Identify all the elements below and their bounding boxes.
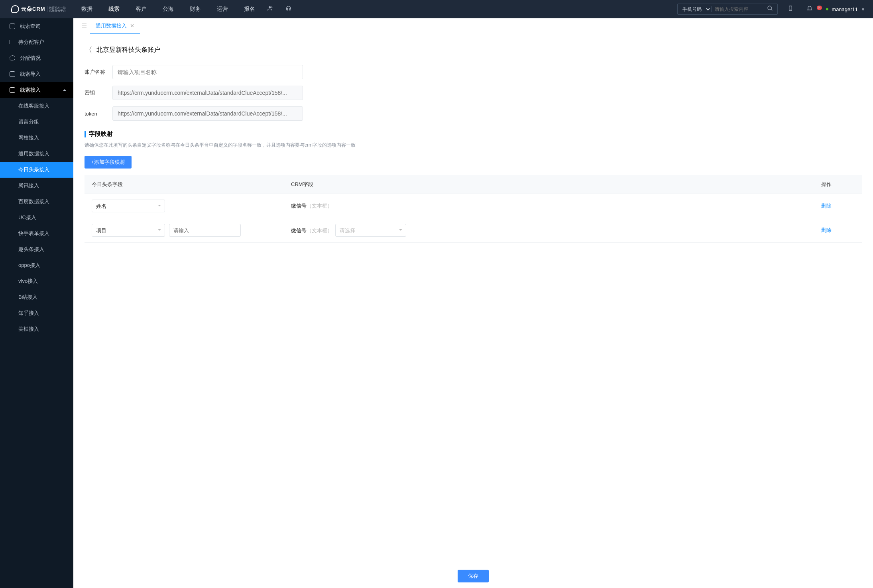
delete-row-link[interactable]: 删除 [821,203,832,209]
sidebar-subitem[interactable]: 趣头条接入 [0,241,73,257]
sidebar-subitem[interactable]: 知乎接入 [0,305,73,321]
toutiao-field-input[interactable] [169,224,241,237]
nav-item[interactable]: 财务 [190,6,201,13]
table-row: 项目微信号（文本框） 请选择删除 [85,218,862,242]
crm-field-type: （文本框） [307,227,332,233]
page-title: 北京昱新科技头条账户 [96,46,160,54]
nav-item[interactable]: 公海 [163,6,174,13]
notif-badge: 5 [817,6,822,10]
search-input[interactable] [711,6,763,12]
label-token: token [85,111,112,117]
sidebar-subitem[interactable]: 在线客服接入 [0,98,73,114]
user-add-icon[interactable] [267,5,273,13]
sidebar-item-label: 分配情况 [20,55,41,62]
search-icon[interactable] [763,5,777,13]
crm-field-label: 微信号 [291,203,307,209]
main-panel: ☰ 通用数据接入 ✕ 〈 北京昱新科技头条账户 账户名称 密钥 token [73,18,873,588]
cloud-icon [11,5,19,13]
sidebar-subitem[interactable]: vivo接入 [0,273,73,289]
menu-icon [10,87,15,93]
phone-icon[interactable] [787,5,794,13]
headset-icon[interactable] [285,5,292,13]
sidebar-subitem[interactable]: 网校接入 [0,130,73,146]
sidebar-group-clue-intake[interactable]: 线索接入 [0,82,73,98]
breadcrumb: 〈 北京昱新科技头条账户 [85,45,862,55]
sidebar-subitem[interactable]: oppo接入 [0,257,73,273]
delete-row-link[interactable]: 删除 [821,227,832,233]
tab-bar: ☰ 通用数据接入 ✕ [73,18,873,34]
sidebar-subitem[interactable]: 快手表单接入 [0,225,73,241]
sidebar-subitem[interactable]: 留言分组 [0,114,73,130]
label-account-name: 账户名称 [85,69,112,76]
sidebar-item-label: 待分配客户 [18,39,44,46]
toutiao-field-select[interactable]: 项目 [92,224,165,237]
col-actions: 操作 [814,175,862,194]
svg-point-1 [768,6,771,10]
sidebar-group-label: 线索接入 [20,86,41,94]
nav-item[interactable]: 数据 [81,6,92,13]
sidebar-item[interactable]: 待分配客户 [0,34,73,50]
nav-item[interactable]: 客户 [136,6,147,13]
sidebar-item[interactable]: 线索导入 [0,66,73,82]
svg-point-0 [269,6,271,8]
brand-subtitle: 教育机构一站 式服务云平台 [47,6,66,12]
sidebar-item[interactable]: 线索查询 [0,18,73,34]
bell-icon[interactable]: 5 [806,5,818,13]
crm-field-label: 微信号 [291,227,307,233]
sidebar-subitem[interactable]: 美柚接入 [0,321,73,337]
account-name-input[interactable] [112,65,303,79]
menu-icon [10,55,15,61]
sidebar-item-label: 线索导入 [20,71,41,78]
toutiao-field-select[interactable]: 姓名 [92,200,165,212]
table-row: 姓名微信号（文本框）删除 [85,194,862,218]
tab-label: 通用数据接入 [96,22,127,29]
label-secret-key: 密钥 [85,89,112,96]
col-crm-field: CRM字段 [284,175,814,194]
top-header: 云朵CRM 教育机构一站 式服务云平台 数据线索客户公海财务运营报名 手机号码 … [0,0,873,18]
status-dot-icon [826,8,828,10]
nav-item[interactable]: 运营 [217,6,228,13]
menu-icon [10,71,15,77]
field-mapping-table: 今日头条字段 CRM字段 操作 姓名微信号（文本框）删除项目微信号（文本框） 请… [85,175,862,243]
nav-item[interactable]: 线索 [108,6,120,13]
search-type-select[interactable]: 手机号码 [678,6,711,12]
chevron-down-icon: ▼ [861,7,865,12]
token-input[interactable] [112,106,303,121]
sidebar-subitem[interactable]: UC接入 [0,210,73,225]
tab-menu-icon[interactable]: ☰ [78,22,90,30]
sidebar: 线索查询待分配客户分配情况线索导入线索接入在线客服接入留言分组网校接入通用数据接… [0,18,73,588]
section-hint: 请确保您在此填写的头条自定义字段名称与在今日头条平台中自定义的字段名称一致，并且… [85,142,862,149]
username: manager11 [832,6,858,12]
sidebar-subitem[interactable]: 今日头条接入 [0,162,73,178]
close-icon[interactable]: ✕ [130,23,134,29]
secret-key-input[interactable] [112,86,303,100]
header-search: 手机号码 [677,4,778,15]
section-title: 字段映射 [85,130,862,138]
back-icon[interactable]: 〈 [85,45,92,55]
logo-block: 云朵CRM 教育机构一站 式服务云平台 [0,5,73,13]
col-toutiao-field: 今日头条字段 [85,175,284,194]
nav-item[interactable]: 报名 [244,6,255,13]
sidebar-subitem[interactable]: 百度数据接入 [0,194,73,210]
menu-icon [10,24,15,29]
crm-field-type: （文本框） [307,203,332,209]
sidebar-subitem[interactable]: 通用数据接入 [0,146,73,162]
save-button[interactable]: 保存 [458,570,489,582]
top-nav: 数据线索客户公海财务运营报名 [73,6,263,13]
sidebar-subitem[interactable]: 腾讯接入 [0,178,73,194]
sidebar-item[interactable]: 分配情况 [0,50,73,66]
brand-name: 云朵CRM [21,6,45,13]
crm-field-select[interactable]: 请选择 [335,224,406,237]
sidebar-item-label: 线索查询 [20,23,41,30]
sidebar-subitem[interactable]: B站接入 [0,289,73,305]
add-field-mapping-button[interactable]: +添加字段映射 [85,156,132,169]
menu-icon [10,40,14,44]
tab-general-data[interactable]: 通用数据接入 ✕ [90,18,140,34]
user-menu[interactable]: manager11 ▼ [826,6,865,12]
